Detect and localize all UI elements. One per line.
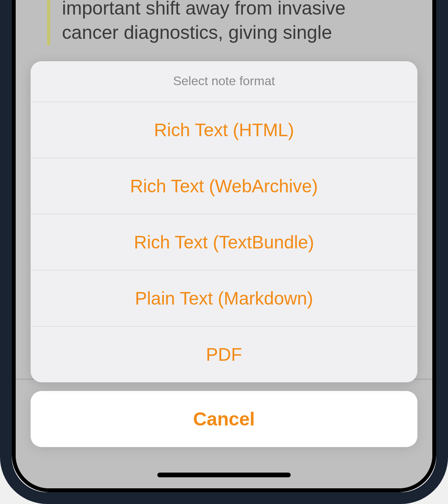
background-text-line: cancer diagnostics, giving single — [62, 20, 401, 45]
home-indicator[interactable] — [157, 473, 291, 477]
background-quote-block: important shift away from invasive cance… — [47, 0, 401, 45]
phone-screen: important shift away from invasive cance… — [12, 0, 436, 492]
sheet-title: Select note format — [31, 61, 417, 102]
option-rich-text-html[interactable]: Rich Text (HTML) — [31, 102, 417, 158]
action-sheet-container: Select note format Rich Text (HTML) Rich… — [31, 61, 417, 447]
option-rich-text-textbundle[interactable]: Rich Text (TextBundle) — [31, 214, 417, 270]
background-text-line: important shift away from invasive — [62, 0, 401, 20]
cancel-button[interactable]: Cancel — [31, 391, 417, 447]
option-plain-text-markdown[interactable]: Plain Text (Markdown) — [31, 270, 417, 327]
action-sheet: Select note format Rich Text (HTML) Rich… — [31, 61, 417, 382]
option-rich-text-webarchive[interactable]: Rich Text (WebArchive) — [31, 158, 417, 214]
option-pdf[interactable]: PDF — [31, 327, 417, 382]
phone-frame: important shift away from invasive cance… — [0, 0, 448, 504]
